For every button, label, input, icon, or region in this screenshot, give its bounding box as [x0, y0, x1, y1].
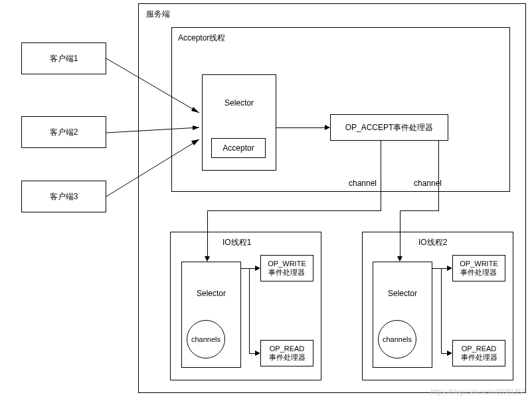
line-opaccept-down-2	[438, 141, 439, 174]
io1-selector-label: Selector	[197, 289, 226, 298]
ch1-h1	[207, 210, 381, 211]
acceptor-selector-label: Selector	[224, 98, 254, 108]
io1-op-read-box: OP_READ 事件处理器	[260, 340, 313, 366]
io1-to-read-v	[249, 268, 250, 353]
op-accept-box: OP_ACCEPT事件处理器	[330, 114, 448, 141]
ch1-v2	[207, 210, 208, 257]
arrow-client3	[106, 139, 203, 198]
client-1-box: 客户端1	[21, 42, 106, 74]
svg-line-0	[106, 58, 199, 113]
svg-marker-1	[191, 107, 199, 113]
arrow-client1	[106, 58, 203, 118]
io2-op-read-box: OP_READ 事件处理器	[452, 340, 505, 366]
arrow-client2	[106, 127, 203, 135]
io2-to-write-head	[447, 266, 452, 271]
io2-to-read-head	[447, 351, 452, 356]
arrow-selector-opaccept-head	[325, 125, 330, 130]
io1-op-read-label: OP_READ 事件处理器	[269, 345, 306, 362]
acceptor-inner-label: Acceptor	[222, 143, 254, 153]
op-accept-label: OP_ACCEPT事件处理器	[345, 122, 434, 133]
svg-line-4	[106, 139, 199, 197]
io1-op-write-box: OP_WRITE 事件处理器	[260, 255, 313, 281]
io2-to-read-v	[441, 268, 442, 353]
io2-op-read-label: OP_READ 事件处理器	[461, 345, 497, 362]
svg-line-2	[106, 127, 199, 133]
io1-channels-label: channels	[191, 335, 221, 343]
io2-channels-label: channels	[383, 335, 412, 343]
acceptor-inner-box: Acceptor	[211, 138, 266, 158]
client-2-label: 客户端2	[50, 127, 78, 138]
io1-channels-circle: channels	[187, 320, 225, 359]
acceptor-thread-title: Acceptor线程	[178, 33, 225, 44]
client-1-label: 客户端1	[50, 53, 78, 64]
channel-label-2: channel	[414, 179, 442, 188]
server-title: 服务端	[146, 9, 170, 20]
ch1-arrow-head	[205, 256, 210, 262]
arrow-selector-opaccept-line	[276, 127, 326, 128]
io1-to-read-head	[255, 351, 260, 356]
ch2-v2	[400, 210, 400, 257]
line-opaccept-down-1	[381, 141, 381, 174]
io2-op-write-label: OP_WRITE 事件处理器	[460, 260, 497, 278]
io1-to-write-head	[255, 266, 260, 271]
client-3-label: 客户端3	[50, 191, 78, 202]
io1-elbow-top	[241, 268, 250, 269]
io2-op-write-box: OP_WRITE 事件处理器	[452, 255, 505, 281]
io-thread-2-title: IO线程2	[418, 237, 447, 248]
io2-elbow-top	[432, 268, 442, 269]
ch2-v1	[438, 174, 439, 210]
watermark: https://blog.csdn.net/u01001357	[431, 388, 525, 396]
io1-op-write-label: OP_WRITE 事件处理器	[268, 260, 306, 278]
ch1-v1	[381, 174, 381, 210]
io2-selector-label: Selector	[388, 289, 417, 298]
io2-channels-circle: channels	[378, 320, 416, 359]
io-thread-1-title: IO线程1	[222, 237, 251, 248]
svg-marker-5	[191, 139, 199, 145]
client-3-box: 客户端3	[21, 181, 106, 212]
ch2-h1	[400, 210, 439, 211]
client-2-box: 客户端2	[21, 116, 106, 148]
ch2-arrow-head	[397, 256, 402, 262]
channel-label-1: channel	[349, 179, 377, 188]
